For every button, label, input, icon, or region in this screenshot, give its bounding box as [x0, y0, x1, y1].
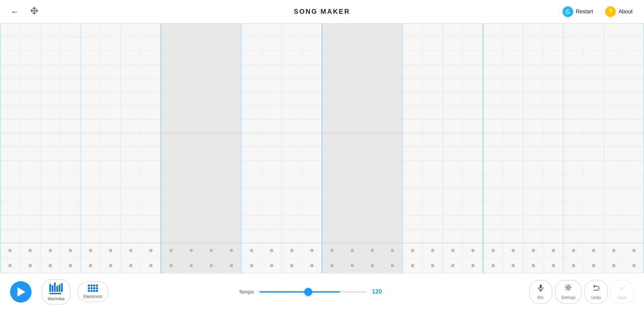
- save-label: Save: [618, 295, 627, 300]
- page-title: SONG MAKER: [294, 8, 350, 15]
- tempo-slider[interactable]: [259, 291, 367, 293]
- move-button[interactable]: [27, 5, 42, 19]
- mic-button[interactable]: Mic: [529, 280, 552, 304]
- about-button[interactable]: ? About: [602, 4, 636, 19]
- svg-point-3: [567, 287, 569, 289]
- restart-icon: [562, 6, 573, 17]
- undo-icon: [592, 284, 600, 293]
- settings-button[interactable]: Settings: [555, 280, 582, 304]
- note-grid[interactable]: [0, 23, 644, 273]
- electronic-icon: [88, 285, 98, 292]
- toolbar: Marimba Electronic Tempo 120: [0, 273, 644, 310]
- back-button[interactable]: ←: [8, 6, 21, 18]
- undo-button[interactable]: Undo: [584, 280, 608, 304]
- tempo-label: Tempo: [239, 289, 254, 295]
- about-icon: ?: [605, 6, 616, 17]
- marimba-label: Marimba: [48, 296, 65, 301]
- header-center: SONG MAKER: [294, 8, 350, 15]
- tempo-value: 120: [372, 288, 385, 295]
- about-label: About: [619, 9, 633, 15]
- mic-label: Mic: [537, 295, 544, 300]
- electronic-button[interactable]: Electronic: [77, 281, 109, 302]
- play-icon: [17, 287, 25, 297]
- restart-label: Restart: [576, 9, 593, 15]
- mic-icon: [537, 284, 544, 293]
- save-icon: [619, 284, 626, 293]
- header-left: ←: [8, 5, 42, 19]
- restart-button[interactable]: Restart: [559, 4, 597, 19]
- grid-wrapper[interactable]: [0, 23, 644, 273]
- undo-label: Undo: [591, 295, 601, 300]
- instrument-group: Marimba Electronic: [42, 279, 109, 305]
- grid-area[interactable]: [0, 23, 644, 273]
- save-button[interactable]: Save: [610, 280, 634, 304]
- header-right: Restart ? About: [559, 4, 636, 19]
- marimba-icon: [49, 283, 63, 294]
- header: ← SONG MAKER Restart ? About: [0, 0, 644, 23]
- toolbar-right: Mic Settings Undo: [529, 280, 634, 304]
- tempo-section: Tempo 120: [109, 288, 516, 295]
- settings-icon: [565, 284, 572, 293]
- electronic-label: Electronic: [84, 294, 103, 299]
- settings-label: Settings: [561, 295, 576, 300]
- svg-rect-0: [540, 285, 542, 289]
- marimba-button[interactable]: Marimba: [42, 279, 71, 305]
- play-button[interactable]: [10, 281, 32, 303]
